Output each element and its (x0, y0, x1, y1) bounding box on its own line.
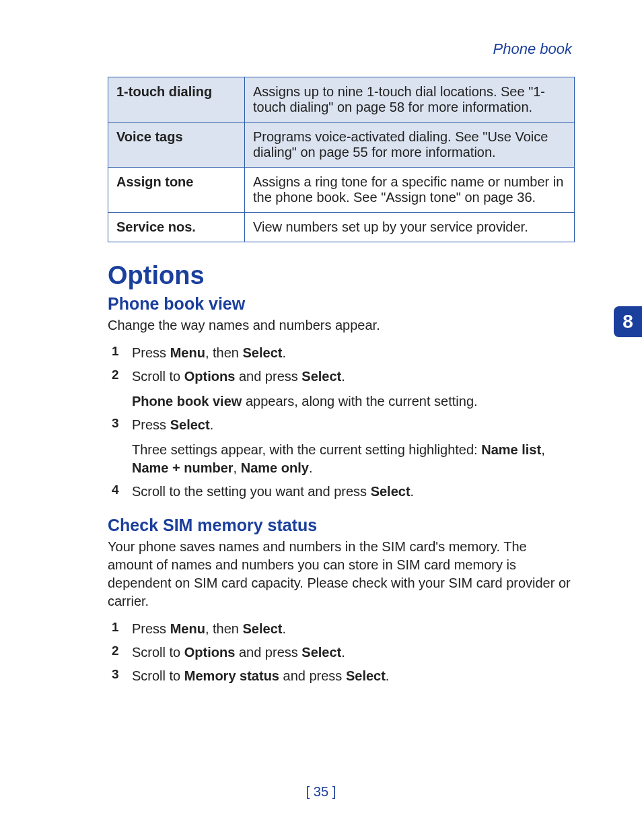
header-title: Phone book (108, 40, 572, 58)
table-row: Voice tagsPrograms voice-activated diali… (108, 123, 575, 168)
chapter-tab: 8 (614, 306, 642, 337)
table-cell-desc: Programs voice-activated dialing. See "U… (245, 123, 575, 168)
step-text: Scroll to Options and press Select. (132, 643, 575, 662)
step-subtext: Three settings appear, with the current … (132, 441, 575, 477)
page-number: [ 35 ] (0, 784, 642, 800)
check-sim-intro: Your phone saves names and numbers in th… (108, 538, 575, 610)
options-heading: Options (108, 261, 575, 290)
table-row: Service nos.View numbers set up by your … (108, 213, 575, 242)
step: 1Press Menu, then Select. (108, 344, 575, 362)
phone-book-view-intro: Change the way names and numbers appear. (108, 316, 575, 335)
step-text: Scroll to the setting you want and press… (132, 483, 575, 501)
step: 2Scroll to Options and press Select. (108, 643, 575, 662)
step-number: 2 (108, 643, 132, 658)
step-number: 3 (108, 416, 132, 431)
step-number: 4 (108, 483, 132, 497)
step-text: Press Menu, then Select. (132, 620, 575, 638)
feature-table-body: 1-touch dialingAssigns up to nine 1-touc… (108, 77, 575, 242)
step: 3Scroll to Memory status and press Selec… (108, 667, 575, 685)
table-cell-desc: Assigns up to nine 1-touch dial location… (245, 77, 575, 123)
step-number: 3 (108, 667, 132, 682)
table-cell-label: 1-touch dialing (108, 77, 245, 123)
check-sim-heading: Check SIM memory status (108, 516, 575, 535)
step: 2Scroll to Options and press Select.Phon… (108, 368, 575, 411)
step-number: 1 (108, 344, 132, 359)
phone-book-view-heading: Phone book view (108, 294, 575, 314)
feature-table: 1-touch dialingAssigns up to nine 1-touc… (108, 77, 575, 242)
table-cell-label: Voice tags (108, 123, 245, 168)
step-number: 1 (108, 620, 132, 635)
page-container: Phone book 1-touch dialingAssigns up to … (0, 0, 642, 840)
step-text: Press Menu, then Select. (132, 344, 575, 362)
table-cell-desc: Assigns a ring tone for a specific name … (245, 168, 575, 213)
table-cell-desc: View numbers set up by your service prov… (245, 213, 575, 242)
step: 4Scroll to the setting you want and pres… (108, 483, 575, 501)
check-sim-steps: 1Press Menu, then Select.2Scroll to Opti… (108, 620, 575, 685)
step-text: Scroll to Memory status and press Select… (132, 667, 575, 685)
step: 1Press Menu, then Select. (108, 620, 575, 638)
step-text: Scroll to Options and press Select.Phone… (132, 368, 575, 411)
step-number: 2 (108, 368, 132, 382)
phone-book-view-steps: 1Press Menu, then Select.2Scroll to Opti… (108, 344, 575, 501)
table-cell-label: Assign tone (108, 168, 245, 213)
table-row: Assign toneAssigns a ring tone for a spe… (108, 168, 575, 213)
step-subtext: Phone book view appears, along with the … (132, 392, 575, 411)
step: 3Press Select.Three settings appear, wit… (108, 416, 575, 477)
step-text: Press Select.Three settings appear, with… (132, 416, 575, 477)
table-cell-label: Service nos. (108, 213, 245, 242)
table-row: 1-touch dialingAssigns up to nine 1-touc… (108, 77, 575, 123)
